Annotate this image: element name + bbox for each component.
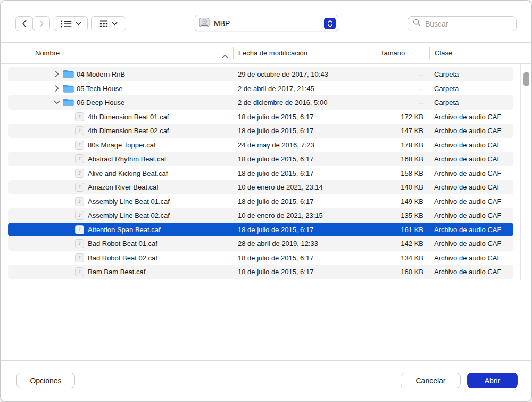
group-view-menu-button[interactable] xyxy=(91,16,126,31)
cell-name: 4th Dimension Beat 01.caf xyxy=(88,110,169,124)
list-row[interactable]: ♪Bad Robot Beat 01.caf28 de abril de 201… xyxy=(8,236,513,251)
cell-kind: Archivo de audio CAF xyxy=(434,180,501,194)
list-view-icon xyxy=(61,20,72,28)
disclosure-triangle-icon[interactable] xyxy=(53,95,61,110)
cell-date: 18 de julio de 2015, 6:17 xyxy=(238,166,313,181)
cell-size: 178 KB xyxy=(306,138,423,152)
cell-size: 135 KB xyxy=(306,208,423,223)
cell-kind: Carpeta xyxy=(434,67,459,81)
list-row[interactable]: ♪Bad Robot Beat 02.caf18 de julio de 201… xyxy=(8,251,513,265)
list-row[interactable]: ♪4th Dimension Beat 01.caf18 de julio de… xyxy=(8,110,513,124)
folder-icon xyxy=(63,84,74,93)
cell-kind: Archivo de audio CAF xyxy=(434,138,501,152)
location-popup-button[interactable]: MBP xyxy=(195,15,338,31)
cell-size: 140 KB xyxy=(306,180,423,194)
list-row[interactable]: 06 Deep House2 de diciembre de 2016, 5:0… xyxy=(8,95,513,110)
audio-file-icon: ♪ xyxy=(75,154,84,163)
chevron-left-icon xyxy=(22,20,27,28)
column-header-size[interactable]: Tamaño xyxy=(380,43,405,63)
search-input[interactable] xyxy=(424,19,511,29)
audio-file-icon: ♪ xyxy=(75,239,84,248)
forward-button[interactable] xyxy=(32,16,50,31)
cell-name: 05 Tech House xyxy=(77,81,123,96)
cell-date: 18 de julio de 2015, 6:17 xyxy=(238,110,313,124)
cell-size: 161 KB xyxy=(306,223,423,237)
cell-kind: Archivo de audio CAF xyxy=(434,223,501,237)
cell-date: 2 de abril de 2017, 21:45 xyxy=(238,81,314,96)
disclosure-triangle-icon[interactable] xyxy=(53,81,61,96)
list-row[interactable]: ♪80s Mirage Topper.caf24 de may de 2016,… xyxy=(8,138,513,152)
cell-size: 168 KB xyxy=(306,152,423,166)
open-button[interactable]: Abrir xyxy=(467,373,518,388)
scrollbar-track[interactable] xyxy=(520,64,532,280)
cell-kind: Archivo de audio CAF xyxy=(434,152,501,166)
chevron-right-icon xyxy=(39,20,44,28)
cell-kind: Archivo de audio CAF xyxy=(434,124,501,138)
hard-drive-icon xyxy=(199,17,210,30)
cell-name: Bam Bam Beat.caf xyxy=(88,265,145,279)
cell-size: 149 KB xyxy=(306,194,423,209)
column-divider[interactable] xyxy=(233,47,234,59)
list-row[interactable]: 05 Tech House2 de abril de 2017, 21:45--… xyxy=(8,81,513,96)
cell-size: 172 KB xyxy=(306,110,423,124)
audio-file-icon: ♪ xyxy=(75,211,84,220)
list-row[interactable]: ♪Assembly Line Beat 02.caf10 de enero de… xyxy=(8,208,513,223)
audio-file-icon: ♪ xyxy=(75,253,84,262)
cell-kind: Archivo de audio CAF xyxy=(434,265,501,279)
list-row[interactable]: 04 Modern RnB29 de octubre de 2017, 10:4… xyxy=(8,67,513,81)
sort-ascending-icon xyxy=(222,51,228,61)
list-row[interactable]: ♪Alive and Kicking Beat.caf18 de julio d… xyxy=(8,166,513,181)
cell-name: Bad Robot Beat 01.caf xyxy=(88,236,157,251)
column-header-date[interactable]: Fecha de modificación xyxy=(238,43,307,63)
cell-name: 06 Deep House xyxy=(77,95,124,110)
cell-kind: Archivo de audio CAF xyxy=(434,251,501,265)
cell-size: -- xyxy=(306,67,423,81)
scrollbar-thumb[interactable] xyxy=(523,72,529,86)
column-divider[interactable] xyxy=(429,47,430,59)
cell-date: 18 de julio de 2015, 6:17 xyxy=(238,194,313,209)
cancel-button[interactable]: Cancelar xyxy=(401,373,461,388)
audio-file-icon: ♪ xyxy=(75,183,84,192)
audio-file-icon: ♪ xyxy=(75,225,84,234)
cell-name: Bad Robot Beat 02.caf xyxy=(88,251,157,265)
header-divider xyxy=(1,63,531,64)
search-field[interactable] xyxy=(408,16,517,31)
cell-kind: Archivo de audio CAF xyxy=(434,208,501,223)
cell-size: 147 KB xyxy=(306,124,423,138)
back-button[interactable] xyxy=(15,16,33,31)
list-row[interactable]: ♪Amazon River Beat.caf10 de enero de 202… xyxy=(8,180,513,194)
cell-size: -- xyxy=(306,81,423,96)
column-divider[interactable] xyxy=(375,47,375,59)
cell-size: 142 KB xyxy=(306,236,423,251)
folder-icon xyxy=(63,98,74,106)
column-header-kind[interactable]: Clase xyxy=(435,43,452,63)
list-view-menu-button[interactable] xyxy=(54,16,88,31)
chevron-down-icon xyxy=(112,22,118,26)
cell-date: 18 de julio de 2015, 6:17 xyxy=(238,265,313,279)
cell-date: 18 de julio de 2015, 6:17 xyxy=(238,152,313,166)
options-button[interactable]: Opciones xyxy=(16,373,75,388)
cell-date: 18 de julio de 2015, 6:17 xyxy=(238,223,313,237)
audio-file-icon: ♪ xyxy=(75,197,84,206)
cell-date: 18 de julio de 2015, 6:17 xyxy=(238,124,313,138)
cell-size: 160 KB xyxy=(306,265,423,279)
cell-kind: Archivo de audio CAF xyxy=(434,166,501,181)
cell-name: Abstract Rhythm Beat.caf xyxy=(88,152,166,166)
chevron-down-icon xyxy=(76,22,81,26)
disclosure-triangle-icon[interactable] xyxy=(53,67,61,81)
list-row[interactable]: ♪Attention Span Beat.caf18 de julio de 2… xyxy=(8,223,513,237)
audio-file-icon: ♪ xyxy=(75,169,84,178)
search-icon xyxy=(413,19,421,29)
cell-name: Attention Span Beat.caf xyxy=(88,223,161,237)
cell-name: Amazon River Beat.caf xyxy=(88,180,159,194)
footer-divider xyxy=(1,360,531,361)
cell-size: 158 KB xyxy=(306,166,423,181)
cell-date: 24 de may de 2016, 7:23 xyxy=(238,138,314,152)
list-row[interactable]: ♪Assembly Line Beat 01.caf18 de julio de… xyxy=(8,194,513,209)
column-header-name[interactable]: Nombre xyxy=(35,43,60,63)
cell-size: 134 KB xyxy=(306,251,423,265)
list-bottom-divider xyxy=(1,280,531,280)
list-row[interactable]: ♪4th Dimension Beat 02.caf18 de julio de… xyxy=(8,124,513,138)
list-row[interactable]: ♪Abstract Rhythm Beat.caf18 de julio de … xyxy=(8,152,513,166)
list-row[interactable]: ♪Bam Bam Beat.caf18 de julio de 2015, 6:… xyxy=(8,265,513,279)
